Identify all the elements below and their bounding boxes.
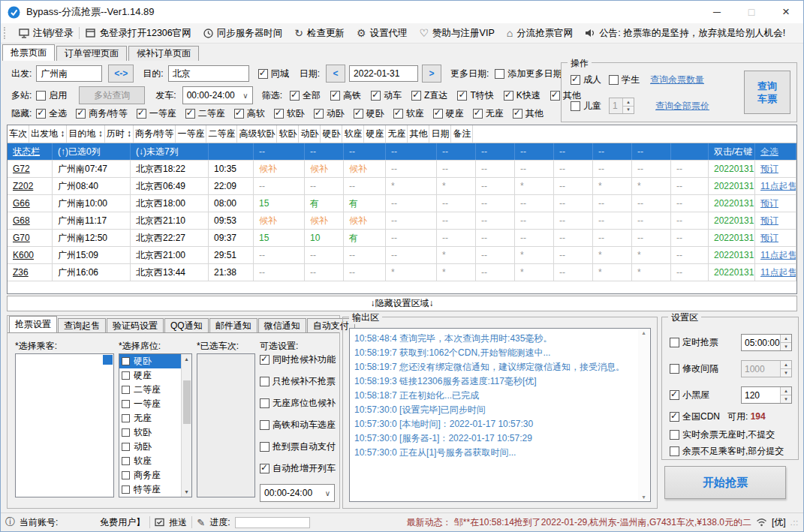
- spin-down-icon[interactable]: ▾: [781, 343, 791, 350]
- partial-submit-checkbox[interactable]: 余票不足乘客时,部分提交: [670, 445, 784, 458]
- seat-option[interactable]: 硬卧: [119, 354, 181, 368]
- column-header[interactable]: 车次: [8, 125, 29, 143]
- push-label[interactable]: 推送: [169, 516, 187, 529]
- blacklist-checkbox[interactable]: 小黑屋: [670, 389, 709, 401]
- start-grab-button[interactable]: 开始抢票: [664, 466, 786, 499]
- add-more-dates-checkbox[interactable]: 添加更多日期: [495, 68, 562, 80]
- train-type-checkbox[interactable]: Z直达: [411, 89, 447, 102]
- sync-server-time-button[interactable]: 同步服务器时间: [197, 24, 289, 42]
- scroll-up-icon[interactable]: ▴: [185, 356, 188, 362]
- query-remaining-link[interactable]: 查询余票数量: [650, 74, 704, 86]
- child-checkbox[interactable]: 儿童: [571, 100, 601, 113]
- table-row[interactable]: G68广州南11:17北京西21:1009:53候补候补候补----------…: [8, 212, 796, 230]
- column-header[interactable]: 硬卧: [321, 125, 342, 143]
- seat-option[interactable]: 软卧: [119, 425, 181, 440]
- seat-scrollbar[interactable]: ▴ ▾: [181, 354, 191, 497]
- blacklist-stepper[interactable]: 120 ▴▾: [741, 386, 792, 404]
- spin-up-icon[interactable]: ▴: [781, 335, 791, 343]
- settings-tab[interactable]: 抢票设置: [9, 316, 57, 332]
- book-link[interactable]: 11点起售: [760, 249, 796, 262]
- table-row[interactable]: Z202广州08:40北京西06:4922:09------**--*--**-…: [8, 178, 796, 195]
- cell-value[interactable]: G66: [13, 198, 30, 209]
- column-header[interactable]: 目的地 ↕: [67, 125, 104, 143]
- check-update-button[interactable]: ↻ 检查更新: [288, 24, 351, 42]
- train-number-cell[interactable]: G68: [8, 212, 53, 229]
- option-checkbox[interactable]: 只抢候补不抢票: [260, 375, 338, 388]
- train-number-cell[interactable]: G72: [8, 161, 53, 177]
- book-link[interactable]: 11点起售: [760, 180, 796, 193]
- timed-grab-stepper[interactable]: 05:00:00 ▴▾: [741, 334, 792, 351]
- spin-up-icon[interactable]: ▴: [781, 387, 791, 395]
- hide-column-checkbox[interactable]: 硬卧: [354, 107, 384, 120]
- column-header[interactable]: 软座: [342, 125, 364, 143]
- train-number-cell[interactable]: K600: [8, 247, 53, 263]
- option-checkbox[interactable]: 高铁和动车选座: [260, 419, 338, 431]
- logout-login-button[interactable]: 注销/登录: [13, 24, 79, 42]
- seat-option[interactable]: 硬座: [119, 368, 181, 383]
- book-link[interactable]: 预订: [760, 215, 778, 227]
- scroll-down-icon[interactable]: ▾: [642, 494, 645, 500]
- log-scrollbar[interactable]: ▴ ▾: [638, 329, 649, 500]
- hide-column-checkbox[interactable]: 二等座: [185, 107, 225, 120]
- scroll-down-icon[interactable]: ▾: [185, 488, 188, 495]
- spin-up-icon[interactable]: ▴: [623, 98, 634, 107]
- train-number-cell[interactable]: 状态栏: [8, 143, 53, 160]
- option-checkbox[interactable]: 自动抢增开列车: [260, 462, 338, 475]
- spin-up-icon[interactable]: ▴: [781, 361, 791, 369]
- remark-cell[interactable]: 11点起售: [755, 178, 796, 194]
- seat-option[interactable]: 特等座: [119, 482, 181, 497]
- stepper-arrows[interactable]: ▴▾: [780, 335, 791, 350]
- train-type-checkbox[interactable]: K快速: [504, 89, 541, 102]
- option-checkbox[interactable]: 同时抢候补功能: [260, 353, 338, 366]
- seat-option[interactable]: 无座: [119, 411, 181, 425]
- seat-option[interactable]: 商务座: [119, 468, 181, 482]
- option-checkbox[interactable]: 无座席位也候补: [260, 397, 338, 410]
- same-city-checkbox[interactable]: 同城: [258, 68, 289, 80]
- train-type-checkbox[interactable]: 动车: [371, 89, 402, 102]
- book-link[interactable]: 11点起售: [760, 266, 796, 279]
- stepper-arrows[interactable]: ▴▾: [780, 387, 791, 403]
- depart-input[interactable]: 广州南: [36, 65, 102, 82]
- stepper-arrows[interactable]: ▴▾: [622, 98, 634, 113]
- next-date-button[interactable]: >: [422, 65, 441, 83]
- column-header[interactable]: 一等座: [176, 125, 206, 143]
- swap-stations-button[interactable]: <->: [108, 65, 134, 83]
- seat-option[interactable]: 软座: [119, 454, 181, 468]
- column-header[interactable]: 备注: [451, 125, 473, 143]
- remark-cell[interactable]: 11点起售: [755, 264, 796, 281]
- minimize-button[interactable]: ─: [700, 1, 734, 23]
- remark-cell[interactable]: 预订: [755, 212, 796, 229]
- table-row[interactable]: G66广州南10:00北京西18:0008:0015有有------------…: [8, 195, 796, 212]
- cell-value[interactable]: 状态栏: [13, 146, 40, 158]
- student-checkbox[interactable]: 学生: [609, 74, 640, 86]
- hide-column-checkbox[interactable]: 其他: [513, 107, 544, 120]
- depart-time-select[interactable]: 00:00-24:00 ∨: [182, 86, 253, 104]
- remark-cell[interactable]: 全选: [755, 143, 796, 160]
- seat-option[interactable]: 动卧: [119, 440, 181, 454]
- interval-stepper[interactable]: 1000 ▴▾: [741, 360, 792, 377]
- settings-tab[interactable]: 验证码设置: [107, 318, 164, 332]
- open-12306-button[interactable]: 免登录打开12306官网: [80, 24, 197, 42]
- no-seat-skip-checkbox[interactable]: 实时余票无座时,不提交: [670, 428, 775, 441]
- interval-checkbox[interactable]: 修改间隔: [670, 362, 718, 375]
- table-row[interactable]: K600广州15:09北京西21:0029:51--------*--*--**…: [8, 247, 796, 264]
- multi-enable-checkbox[interactable]: 启用: [36, 89, 67, 102]
- passenger-listbox[interactable]: [15, 353, 114, 497]
- hide-column-checkbox[interactable]: 高软: [234, 107, 265, 120]
- settings-tab[interactable]: QQ通知: [164, 318, 209, 332]
- book-link[interactable]: 预订: [760, 232, 778, 245]
- spin-down-icon[interactable]: ▾: [781, 395, 791, 403]
- column-header[interactable]: 商务/特等: [134, 125, 176, 143]
- cell-value[interactable]: G68: [13, 215, 30, 226]
- column-header[interactable]: 历时 ↕: [105, 125, 134, 143]
- main-tab[interactable]: 候补订单页面: [128, 46, 199, 61]
- remark-cell[interactable]: 预订: [755, 161, 796, 177]
- hide-column-checkbox[interactable]: 软座: [393, 107, 424, 120]
- timed-grab-checkbox[interactable]: 定时抢票: [670, 336, 718, 349]
- hide-column-checkbox[interactable]: 一等座: [137, 107, 176, 120]
- book-link[interactable]: 预订: [760, 163, 778, 176]
- table-row[interactable]: G70广州南12:50北京西22:2709:371510有-----------…: [8, 230, 796, 247]
- column-header[interactable]: 软卧: [277, 125, 299, 143]
- official-site-button[interactable]: ⌂ 分流抢票官网: [501, 24, 579, 42]
- scroll-thumb[interactable]: [183, 380, 191, 424]
